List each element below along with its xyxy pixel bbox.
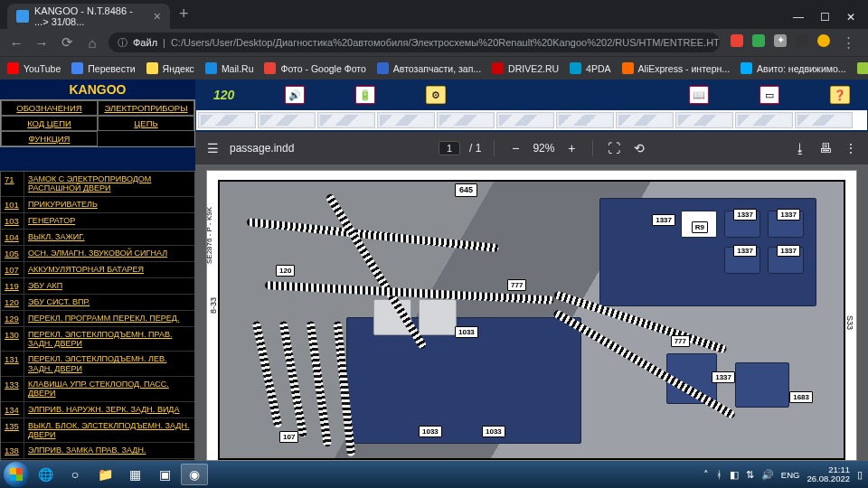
window-minimize-icon[interactable]: — <box>793 11 804 23</box>
address-bar[interactable]: ⓘ Файл | C:/Users/User/Desktop/Диагности… <box>108 33 720 52</box>
topnav-function[interactable]: ФУНКЦИЯ <box>1 131 98 146</box>
tray-up-icon[interactable]: ˄ <box>703 469 709 481</box>
pdf-fit-page-icon[interactable]: ⛶ <box>606 141 622 155</box>
bookmark-item[interactable]: Фото - Google Фото <box>264 62 365 74</box>
nav-back-icon[interactable]: ← <box>7 35 25 51</box>
nav-reload-icon[interactable]: ⟳ <box>58 34 76 51</box>
list-item[interactable]: 103ГЕНЕРАТОР <box>1 213 194 230</box>
pdf-rotate-icon[interactable]: ⟲ <box>631 141 647 155</box>
browser-menu-icon[interactable]: ⋮ <box>839 34 857 51</box>
doc-tool-icon[interactable]: 🔋 <box>355 86 375 104</box>
thumbnail[interactable] <box>377 112 435 128</box>
bookmark-item[interactable]: DRIVE2.RU <box>492 62 559 74</box>
list-item[interactable]: 134ЭЛПРИВ. НАРУЖН. ЗЕРК. ЗАДН. ВИДА <box>1 402 194 418</box>
system-tray[interactable]: ˄ ᚼ ◧ ⇅ 🔊 ENG 21:11 26.08.2022 ▯ <box>703 465 864 484</box>
list-item[interactable]: 130ПЕРЕКЛ. ЭЛСТЕКЛПОДЪЕМН. ПРАВ. ЗАДН. Д… <box>1 327 194 352</box>
list-item[interactable]: 133КЛАВИША УПР. СТЕКЛОПОД. ПАСС. ДВЕРИ <box>1 377 194 402</box>
sidebar: KANGOO ОБОЗНАЧЕНИЯ ЭЛЕКТРОПРИБОРЫ КОД ЦЕ… <box>0 80 195 461</box>
topnav-circuit-code[interactable]: КОД ЦЕПИ <box>1 116 98 131</box>
list-item[interactable]: 135ВЫКЛ. БЛОК. ЭЛСТЕКЛПОДЪЕМН. ЗАДН. ДВЕ… <box>1 418 194 444</box>
doc-tool-icon[interactable]: 📖 <box>689 86 709 104</box>
profile-avatar-icon[interactable] <box>817 34 830 47</box>
list-item[interactable]: 107АККУМУЛЯТОРНАЯ БАТАРЕЯ <box>1 262 194 278</box>
thumbnail[interactable] <box>675 112 733 128</box>
bookmark-item[interactable]: Автозапчасти, зап... <box>377 62 481 74</box>
start-button[interactable] <box>4 462 29 487</box>
bookmark-item[interactable]: 4PDA <box>570 62 610 74</box>
browser-tab[interactable]: KANGOO - N.T.8486 - ...> 31/08... × <box>7 4 170 29</box>
thumbnail[interactable] <box>258 112 316 128</box>
pdf-zoom-in-icon[interactable]: + <box>563 141 580 155</box>
doc-icon-toolbar: 120 🔊 🔋 ⚙ 📖 ▭ ❓ <box>195 80 868 110</box>
bookmark-item[interactable]: Перевести <box>71 62 135 74</box>
thumbnail[interactable] <box>616 112 674 128</box>
axis-left-label: 8-33 <box>209 297 218 314</box>
bookmark-item[interactable]: AliExpress - интерн... <box>622 62 731 74</box>
thumbnail[interactable] <box>198 112 256 128</box>
pdf-zoom-out-icon[interactable]: − <box>507 141 524 155</box>
thumbnail[interactable] <box>556 112 614 128</box>
doc-tool-icon[interactable]: 🔊 <box>285 86 305 104</box>
pdf-print-icon[interactable]: 🖶 <box>817 141 834 155</box>
list-item[interactable]: 120ЭБУ СИСТ. ВПР. <box>1 295 194 311</box>
pdf-zoom-value[interactable]: 92% <box>533 142 554 155</box>
topnav-circuit[interactable]: ЦЕПЬ <box>98 116 194 131</box>
list-item[interactable]: 138ЭЛПРИВ. ЗАМКА ПРАВ. ЗАДН. <box>1 443 194 459</box>
tray-app-icon[interactable]: ◧ <box>730 469 739 481</box>
pdf-sidebar-toggle-icon[interactable]: ☰ <box>204 141 221 155</box>
pdf-more-icon[interactable]: ⋮ <box>843 141 859 155</box>
list-item[interactable]: 71ЗАМОК С ЭЛЕКТРОПРИВОДОМ РАСПАШНОЙ ДВЕР… <box>1 172 194 197</box>
taskbar-app-icon[interactable]: ▦ <box>121 464 148 485</box>
taskbar-search-icon[interactable]: ○ <box>61 464 89 485</box>
bookmark-item[interactable]: Авито: недвижимо... <box>741 62 846 74</box>
taskbar-explorer-icon[interactable]: 🌐 <box>32 464 59 485</box>
tray-bluetooth-icon[interactable]: ᚼ <box>716 469 722 480</box>
pdf-viewport[interactable]: SE2876 - P - K9K 8-33 S33 N° <box>195 164 868 461</box>
bookmark-item[interactable]: Режим прозвона -... <box>857 62 868 74</box>
pdf-page-input[interactable]: 1 <box>439 141 460 155</box>
list-item[interactable]: 101ПРИКУРИВАТЕЛЬ <box>1 197 194 213</box>
ext-icon[interactable] <box>752 34 765 47</box>
thumbnail[interactable] <box>795 112 853 128</box>
list-item[interactable]: 105ОСН. ЭЛМАГН. ЗВУКОВОЙ СИГНАЛ <box>1 246 194 262</box>
tray-network-icon[interactable]: ⇅ <box>746 469 754 481</box>
tray-show-desktop[interactable]: ▯ <box>857 469 863 481</box>
tray-clock[interactable]: 21:11 26.08.2022 <box>807 465 850 484</box>
thumbnail-strip[interactable] <box>196 110 867 130</box>
sidebar-component-list[interactable]: 71ЗАМОК С ЭЛЕКТРОПРИВОДОМ РАСПАШНОЙ ДВЕР… <box>0 171 195 461</box>
tray-volume-icon[interactable]: 🔊 <box>761 469 774 481</box>
nav-home-icon[interactable]: ⌂ <box>83 35 101 51</box>
ext-icon[interactable] <box>796 34 808 47</box>
callout: 1337 <box>777 245 800 257</box>
nav-forward-icon[interactable]: → <box>33 35 51 51</box>
list-item[interactable]: 129ПЕРЕКЛ. ПРОГРАММ ПЕРЕКЛ. ПЕРЕД. <box>1 311 194 327</box>
ext-icon[interactable] <box>731 34 743 47</box>
taskbar-app-icon[interactable]: ▣ <box>151 464 178 485</box>
topnav-electrics[interactable]: ЭЛЕКТРОПРИБОРЫ <box>98 100 194 116</box>
window-maximize-icon[interactable]: ☐ <box>820 11 830 23</box>
topnav-designations[interactable]: ОБОЗНАЧЕНИЯ <box>1 100 98 116</box>
pdf-download-icon[interactable]: ⭳ <box>792 141 808 155</box>
thumbnail[interactable] <box>437 112 495 128</box>
thumbnail[interactable] <box>496 112 554 128</box>
new-tab-button[interactable]: + <box>170 5 198 23</box>
extensions-tray: ✦ ⋮ <box>727 34 861 51</box>
bookmark-item[interactable]: YouTube <box>7 62 61 74</box>
window-close-icon[interactable]: ✕ <box>846 11 855 23</box>
taskbar-folder-icon[interactable]: 📁 <box>91 464 118 485</box>
list-item[interactable]: 131ПЕРЕКЛ. ЭЛСТЕКЛПОДЪЕМН. ЛЕВ. ЗАДН. ДВ… <box>1 352 194 377</box>
tray-language[interactable]: ENG <box>781 470 800 480</box>
list-item[interactable]: 119ЭБУ АКП <box>1 278 194 295</box>
taskbar-chrome-icon[interactable]: ◉ <box>181 464 208 485</box>
doc-tool-icon[interactable]: ▭ <box>760 86 779 104</box>
thumbnail[interactable] <box>317 112 375 128</box>
extensions-menu-icon[interactable]: ✦ <box>774 34 787 47</box>
doc-tool-icon[interactable]: ⚙ <box>426 86 446 104</box>
thumbnail[interactable] <box>735 112 793 128</box>
list-item[interactable]: 104ВЫКЛ. ЗАЖИГ. <box>1 230 194 246</box>
bookmark-item[interactable]: Mail.Ru <box>205 62 254 74</box>
bookmark-icon <box>71 62 83 74</box>
tab-close-icon[interactable]: × <box>154 9 161 23</box>
doc-help-icon[interactable]: ❓ <box>830 86 850 104</box>
bookmark-item[interactable]: Яндекс <box>146 62 194 74</box>
